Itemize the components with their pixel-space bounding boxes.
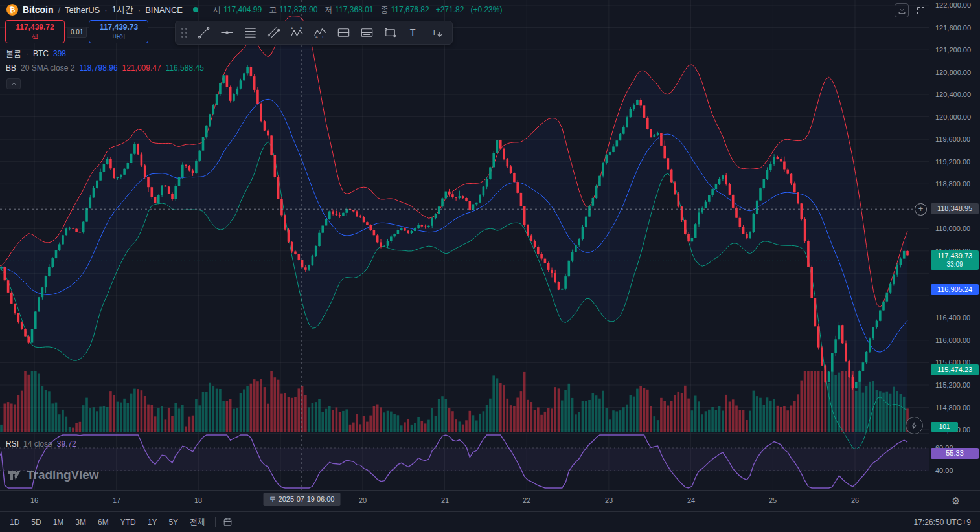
price-axis-label: 121,200.00 [935,46,971,54]
range-전체[interactable]: 전체 [185,514,210,530]
svg-text:C: C [322,34,325,39]
svg-text:T: T [431,28,436,36]
price-axis-label: 116,400.00 [935,314,970,322]
download-icon [897,6,907,16]
rsi-legend-params: 14 close [23,439,52,449]
time-axis-label: 24 [687,496,695,504]
time-axis-label: 18 [194,496,202,504]
text-tool[interactable]: T [402,23,425,43]
short-position-tool[interactable] [355,23,378,43]
anchored-text-icon: T [429,25,444,40]
fib-retracement-tool[interactable] [238,23,262,43]
price-axis-label: 120,800.00 [935,69,971,76]
bb-legend-params: 20 SMA close 2 [21,63,74,72]
time-axis-label: 23 [605,496,613,504]
dot-separator-2: · [138,5,141,15]
long-position-tool[interactable] [332,23,355,43]
price-axis-label: 114,800.00 [935,404,970,412]
price-axis-label: 119,600.00 [935,135,970,143]
clock-time: 17:26:50 [914,518,944,527]
time-axis-label: 26 [851,496,859,504]
last-price-value: 117,439.73 [937,252,972,260]
lightning-trade-icon[interactable] [906,417,923,434]
range-5Y[interactable]: 5Y [164,515,183,529]
go-to-date-button[interactable] [221,515,234,529]
bb-basis-price-label: 116,905.24 [931,284,979,295]
chart-header: ₿ Bitcoin / TetherUS · 1시간 · BINANCE 시 1… [0,0,502,19]
rsi-value-label: 55.33 [931,448,979,459]
bollinger-legend[interactable]: BB 20 SMA close 2 118,798.96 121,009.47 … [6,63,204,72]
rsi-legend-value: 39.72 [57,439,76,449]
time-axis-label: 21 [441,496,449,504]
volume-legend[interactable]: 볼륨 · BTC 398 [6,49,66,60]
pair-name[interactable]: TetherUS [65,5,100,15]
change-value: +271.82 [436,5,464,14]
tradingview-watermark-text: TradingView [27,468,99,482]
interval-label[interactable]: 1시간 [112,4,133,16]
range-1Y[interactable]: 1Y [143,515,162,529]
volume-legend-asset: BTC [33,49,49,58]
buy-side-label: 바이 [112,32,125,41]
rectangle-icon [383,25,398,40]
price-axis-label: 120,400.00 [935,91,971,98]
time-axis-label: 17 [113,496,120,504]
xabcd-pattern-tool[interactable]: 15 [285,23,308,43]
clock-readout[interactable]: 17:26:50 UTC+9 [914,518,980,527]
sell-price: 117,439.72 [16,23,54,32]
range-5D[interactable]: 5D [27,515,45,529]
collapse-legend-button[interactable] [6,78,21,89]
crosshair-time-label: 토 2025-07-19 06:00 [264,493,341,506]
drawing-toolbar: 15ACTT [175,21,453,45]
bottom-toolbar: 1D5D1M3M6MYTD1Y5Y전체 17:26:50 UTC+9 [0,511,980,532]
symbol-name[interactable]: Bitcoin [23,5,53,15]
buy-button[interactable]: 117,439.73 바이 [89,20,148,43]
rectangle-tool[interactable] [378,23,402,43]
toolbar-drag-handle[interactable] [181,28,187,38]
anchored-text-tool[interactable]: T [425,23,448,43]
price-axis-label: 122,000.00 [935,1,971,9]
svg-text:1: 1 [290,25,293,30]
sell-button[interactable]: 117,439.72 셀 [5,20,65,43]
price-chart-canvas[interactable] [0,0,929,490]
download-button[interactable] [895,3,909,17]
xabcd-pattern-icon: 15 [290,25,304,40]
chevron-up-icon [10,80,17,87]
market-status-dot[interactable] [193,7,198,12]
volume-legend-separator: · [26,49,28,58]
rsi-legend-title: RSI [6,439,19,449]
time-axis[interactable]: 토 2025-07-19 06:00 ⚙ 1617182021222324252… [0,490,980,511]
bb-lower-value: 116,588.45 [166,63,204,72]
trend-line-tool[interactable] [192,23,215,43]
low-label: 저 [325,5,332,16]
short-position-icon [359,25,374,40]
open-label: 시 [213,5,221,16]
fullscreen-button[interactable] [913,3,928,17]
volume-legend-title: 볼륨 [6,49,21,60]
time-axis-label: 25 [769,496,777,504]
range-1M[interactable]: 1M [49,515,69,529]
volume-value-label: 101 [931,422,958,432]
exchange-label[interactable]: BINANCE [145,5,183,15]
rsi-legend[interactable]: RSI 14 close 39.72 [6,439,76,449]
close-value: 117,676.82 [391,5,429,14]
fullscreen-icon [916,6,926,16]
bitcoin-icon: ₿ [6,4,18,16]
ohlc-readout: 시 117,404.99 고 117,879.90 저 117,368.01 종… [209,5,502,16]
range-YTD[interactable]: YTD [116,515,141,529]
horizontal-line-tool[interactable] [215,23,238,43]
price-axis[interactable]: 118,348.95 117,439.73 33:09 116,905.24 1… [929,0,980,490]
price-axis-label: 119,200.00 [935,158,970,166]
elliott-wave-tool[interactable]: AC [308,23,332,43]
sell-side-label: 셀 [32,32,38,41]
range-3M[interactable]: 3M [71,515,91,529]
crosshair-price-label: 118,348.95 [931,203,979,214]
settings-icon[interactable]: ⚙ [952,495,960,507]
tradingview-chart-window: ₿ Bitcoin / TetherUS · 1시간 · BINANCE 시 1… [0,0,980,532]
timezone-label: UTC+9 [946,518,971,527]
time-axis-label: 22 [523,496,530,504]
range-1D[interactable]: 1D [5,515,24,529]
range-6M[interactable]: 6M [93,515,113,529]
parallel-channel-tool[interactable] [262,23,285,43]
text-icon: T [406,25,421,40]
add-alert-plus-icon[interactable]: + [915,203,927,216]
